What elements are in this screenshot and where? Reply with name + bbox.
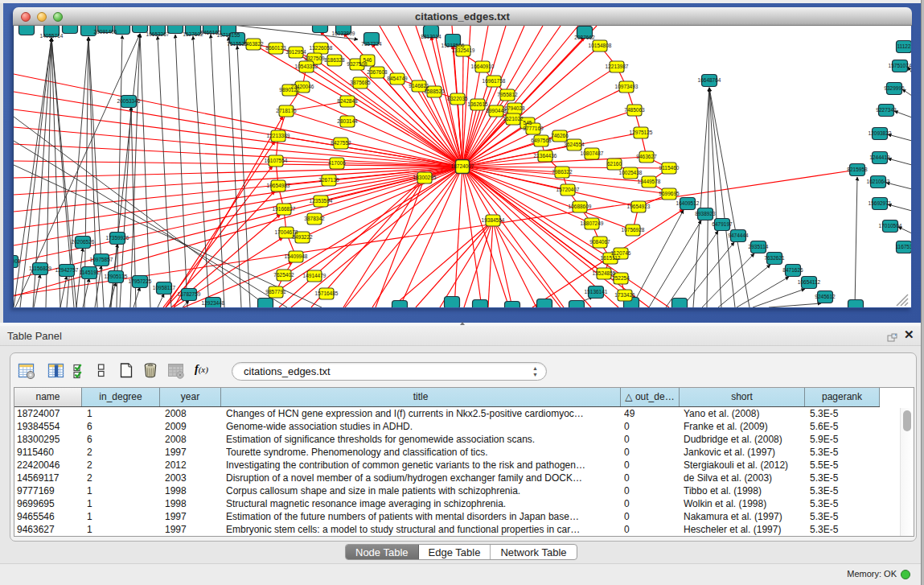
svg-text:10543352: 10543352: [295, 64, 318, 69]
svg-text:11122: 11122: [897, 43, 910, 49]
svg-text:19166827: 19166827: [273, 206, 296, 212]
svg-text:17010504: 17010504: [879, 223, 902, 229]
svg-text:20091406: 20091406: [94, 29, 117, 35]
svg-text:15720407: 15720407: [556, 187, 580, 192]
svg-text:1939001: 1939001: [14, 258, 21, 264]
svg-text:9084067: 9084067: [589, 239, 610, 245]
svg-text:6479197: 6479197: [712, 221, 733, 227]
svg-text:16961758: 16961758: [483, 78, 506, 84]
svg-text:7625402: 7625402: [273, 272, 294, 278]
svg-text:9777169: 9777169: [523, 126, 544, 131]
svg-text:1362615: 1362615: [467, 101, 488, 107]
svg-text:7632621: 7632621: [764, 255, 785, 261]
svg-text:545: 545: [524, 120, 532, 126]
svg-text:3624554: 3624554: [564, 142, 585, 147]
svg-text:9890122: 9890122: [279, 87, 300, 93]
svg-text:9115460: 9115460: [659, 165, 680, 171]
svg-text:8454749: 8454749: [387, 76, 408, 81]
svg-text:12905135: 12905135: [105, 274, 128, 279]
svg-text:16648764: 16648764: [698, 77, 721, 83]
svg-text:8427552: 8427552: [331, 140, 351, 146]
svg-text:18724007: 18724007: [451, 163, 474, 169]
svg-text:20206526: 20206526: [72, 239, 95, 245]
svg-text:15716485: 15716485: [315, 290, 339, 296]
svg-text:16409512: 16409512: [676, 200, 700, 206]
svg-text:546: 546: [363, 57, 372, 63]
svg-text:13449578: 13449578: [638, 179, 661, 184]
svg-text:10025438: 10025438: [619, 170, 643, 175]
svg-text:10975857: 10975857: [90, 257, 113, 262]
svg-text:10688609: 10688609: [569, 204, 592, 209]
svg-text:15692971: 15692971: [869, 200, 892, 206]
svg-text:10654112: 10654112: [798, 279, 821, 285]
svg-text:9146821: 9146821: [409, 83, 429, 89]
svg-text:252254: 252254: [612, 275, 630, 281]
svg-text:9227343: 9227343: [876, 107, 897, 113]
svg-text:10756928: 10756928: [622, 227, 645, 233]
svg-text:417006: 417006: [328, 160, 346, 166]
svg-text:17359926: 17359926: [106, 235, 129, 241]
svg-text:7955812: 7955812: [497, 92, 518, 97]
svg-text:2718176: 2718176: [276, 108, 297, 113]
svg-text:14914479: 14914479: [303, 273, 326, 278]
svg-text:9327509: 9327509: [304, 56, 325, 61]
svg-text:8322035: 8322035: [447, 96, 468, 101]
svg-text:13325419: 13325419: [452, 47, 475, 53]
svg-text:1244419: 1244419: [869, 154, 890, 160]
svg-text:14055714: 14055714: [40, 33, 64, 39]
svg-text:7986322: 7986322: [552, 169, 573, 175]
svg-text:17957225: 17957225: [129, 278, 152, 284]
svg-text:9857791: 9857791: [265, 289, 286, 295]
svg-text:12923448: 12923448: [202, 300, 225, 306]
svg-text:11156829: 11156829: [29, 266, 51, 271]
svg-text:2087662: 2087662: [574, 35, 595, 40]
svg-text:6794028: 6794028: [504, 105, 525, 111]
svg-text:116753: 116753: [895, 244, 911, 249]
svg-text:3493222: 3493222: [292, 234, 313, 240]
svg-text:7463822: 7463822: [243, 41, 264, 47]
svg-text:16782759: 16782759: [178, 291, 201, 297]
svg-text:19384554: 19384554: [482, 217, 505, 223]
svg-text:10973493: 10973493: [615, 84, 639, 89]
svg-text:16640910: 16640910: [471, 64, 495, 69]
svg-text:8471626: 8471626: [782, 267, 803, 273]
svg-text:12942757: 12942757: [55, 267, 79, 273]
svg-text:2803144: 2803144: [337, 118, 358, 124]
svg-text:16033809: 16033809: [332, 31, 355, 36]
svg-text:8938923: 8938923: [695, 211, 716, 216]
svg-text:62160: 62160: [607, 161, 622, 167]
svg-text:12093822: 12093822: [869, 130, 892, 136]
svg-text:9245612: 9245612: [815, 294, 836, 299]
svg-text:1621022: 1621022: [503, 116, 524, 122]
svg-text:1120746: 1120746: [611, 250, 631, 256]
svg-text:3878342: 3878342: [304, 216, 325, 221]
svg-text:9474444: 9474444: [728, 233, 749, 238]
svg-text:21364436: 21364436: [534, 153, 557, 159]
svg-text:8242848: 8242848: [337, 98, 358, 104]
svg-text:1588520: 1588520: [424, 89, 445, 94]
svg-text:9329996: 9329996: [884, 85, 905, 91]
svg-text:15751074: 15751074: [889, 63, 911, 68]
svg-text:2367608: 2367608: [367, 69, 388, 75]
svg-text:18807249: 18807249: [581, 220, 604, 226]
svg-text:8990448: 8990448: [486, 108, 507, 113]
svg-text:6497568: 6497568: [531, 138, 552, 143]
svg-text:7357224: 7357224: [361, 41, 382, 47]
svg-text:13226058: 13226058: [310, 45, 333, 51]
svg-text:16210643: 16210643: [867, 179, 890, 184]
svg-text:9463627: 9463627: [636, 154, 657, 159]
svg-text:12213389: 12213389: [267, 133, 290, 138]
svg-text:8215958: 8215958: [847, 167, 868, 172]
svg-text:10958117: 10958117: [153, 285, 176, 290]
svg-text:9699695: 9699695: [659, 191, 680, 196]
svg-text:746266: 746266: [551, 133, 569, 138]
svg-text:20053346: 20053346: [117, 98, 141, 104]
svg-text:8660123: 8660123: [265, 45, 286, 51]
svg-text:7485063: 7485063: [624, 107, 645, 113]
svg-text:3875685: 3875685: [350, 80, 371, 85]
svg-text:10154808: 10154808: [589, 43, 612, 48]
svg-text:3267130: 3267130: [318, 177, 339, 183]
svg-text:1615112: 1615112: [601, 255, 621, 261]
svg-text:8186328: 8186328: [324, 57, 345, 63]
svg-text:18300295: 18300295: [413, 175, 437, 180]
